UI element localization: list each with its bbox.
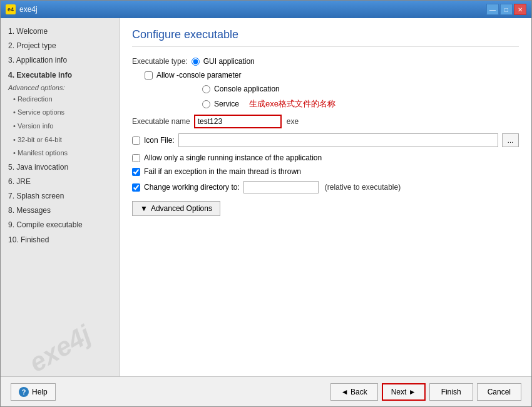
back-button[interactable]: ◄ Back bbox=[330, 383, 378, 401]
close-button[interactable]: ✕ bbox=[514, 4, 526, 15]
icon-file-label[interactable]: Icon File: bbox=[144, 136, 175, 145]
sidebar-item-java-invocation[interactable]: 5. Java invocation bbox=[6, 160, 114, 175]
gui-radio[interactable] bbox=[192, 58, 200, 66]
icon-file-row: Icon File: ... bbox=[132, 133, 519, 147]
single-instance-checkbox[interactable] bbox=[132, 154, 140, 162]
window-title: exe4j bbox=[19, 5, 38, 14]
executable-name-label: Executable name bbox=[132, 117, 190, 126]
sidebar-item-service-options[interactable]: • Service options bbox=[6, 106, 114, 120]
console-radio-row: Console application bbox=[132, 85, 519, 93]
sidebar-item-project-type[interactable]: 2. Project type bbox=[6, 39, 114, 53]
annotation-text: 生成exe格式文件的名称 bbox=[249, 98, 335, 110]
sidebar-item-jre[interactable]: 6. JRE bbox=[6, 175, 114, 189]
console-radio-label[interactable]: Console application bbox=[214, 85, 280, 93]
fail-exception-checkbox[interactable] bbox=[132, 168, 140, 176]
sidebar-advanced-label: Advanced options: bbox=[6, 83, 114, 93]
service-radio-label[interactable]: Service bbox=[214, 100, 239, 108]
title-buttons: — □ ✕ bbox=[486, 4, 526, 15]
footer-right: ◄ Back Next ► Finish Cancel bbox=[330, 383, 521, 401]
finish-button[interactable]: Finish bbox=[429, 383, 473, 401]
service-row: Service 生成exe格式文件的名称 bbox=[132, 98, 519, 110]
working-dir-row: Change working directory to: (relative t… bbox=[132, 181, 519, 193]
content-area: 1. Welcome 2. Project type 3. Applicatio… bbox=[1, 18, 531, 376]
allow-console-checkbox[interactable] bbox=[145, 71, 153, 80]
single-instance-row: Allow only a single running instance of … bbox=[132, 153, 519, 162]
sidebar-item-messages[interactable]: 8. Messages bbox=[6, 204, 114, 218]
executable-type-label: Executable type: bbox=[132, 57, 188, 66]
allow-console-label[interactable]: Allow -console parameter bbox=[156, 71, 241, 80]
working-dir-input[interactable] bbox=[243, 181, 319, 193]
page-title: Configure executable bbox=[132, 28, 519, 47]
main-window: e4 exe4j — □ ✕ 1. Welcome 2. Project typ… bbox=[0, 0, 532, 407]
sidebar-item-splash-screen[interactable]: 7. Splash screen bbox=[6, 189, 114, 204]
sidebar-item-finished[interactable]: 10. Finished bbox=[6, 233, 114, 247]
sidebar-watermark: exe4j bbox=[24, 319, 96, 376]
allow-console-row: Allow -console parameter bbox=[132, 71, 519, 80]
next-button[interactable]: Next ► bbox=[382, 383, 426, 401]
sidebar-item-executable-info[interactable]: 4. Executable info bbox=[6, 68, 114, 83]
cancel-button[interactable]: Cancel bbox=[477, 383, 521, 401]
icon-browse-button[interactable]: ... bbox=[502, 133, 519, 147]
maximize-button[interactable]: □ bbox=[500, 4, 513, 15]
executable-name-input[interactable] bbox=[194, 115, 282, 128]
main-panel: Configure executable Executable type: GU… bbox=[120, 18, 531, 376]
console-radio[interactable] bbox=[202, 85, 210, 93]
service-radio[interactable] bbox=[202, 100, 210, 108]
title-bar: e4 exe4j — □ ✕ bbox=[1, 1, 531, 18]
sidebar-item-welcome[interactable]: 1. Welcome bbox=[6, 24, 114, 39]
single-instance-label[interactable]: Allow only a single running instance of … bbox=[144, 153, 322, 162]
fail-exception-label[interactable]: Fail if an exception in the main thread … bbox=[144, 167, 301, 176]
sidebar-item-32bit-64bit[interactable]: • 32-bit or 64-bit bbox=[6, 133, 114, 147]
exe-suffix: exe bbox=[287, 117, 299, 126]
sidebar-item-redirection[interactable]: • Redirection bbox=[6, 93, 114, 106]
sidebar-item-manifest-options[interactable]: • Manifest options bbox=[6, 147, 114, 160]
minimize-button[interactable]: — bbox=[486, 4, 499, 15]
change-working-dir-label[interactable]: Change working directory to: bbox=[144, 183, 240, 192]
icon-file-checkbox[interactable] bbox=[132, 137, 140, 145]
advanced-options-label: Advanced Options bbox=[151, 204, 212, 213]
advanced-options-button[interactable]: ▼ Advanced Options bbox=[132, 201, 220, 216]
footer: ? Help ◄ Back Next ► Finish Cancel bbox=[1, 376, 531, 406]
sidebar-item-compile-executable[interactable]: 9. Compile executable bbox=[6, 218, 114, 232]
gui-radio-label[interactable]: GUI application bbox=[203, 57, 255, 66]
app-icon: e4 bbox=[6, 4, 16, 14]
help-button[interactable]: ? Help bbox=[11, 383, 56, 401]
advanced-options-arrow: ▼ bbox=[140, 204, 148, 213]
icon-file-input[interactable] bbox=[178, 133, 498, 147]
executable-type-row: Executable type: GUI application bbox=[132, 57, 519, 66]
relative-label: (relative to executable) bbox=[325, 183, 401, 192]
help-label: Help bbox=[32, 388, 48, 396]
help-icon: ? bbox=[19, 387, 29, 397]
change-working-dir-checkbox[interactable] bbox=[132, 183, 140, 192]
footer-left: ? Help bbox=[11, 383, 56, 401]
fail-exception-row: Fail if an exception in the main thread … bbox=[132, 167, 519, 176]
executable-name-row: Executable name exe bbox=[132, 115, 519, 128]
sidebar: 1. Welcome 2. Project type 3. Applicatio… bbox=[1, 18, 120, 376]
sidebar-item-version-info[interactable]: • Version info bbox=[6, 120, 114, 133]
sidebar-item-application-info[interactable]: 3. Application info bbox=[6, 53, 114, 68]
title-bar-left: e4 exe4j bbox=[6, 4, 38, 14]
